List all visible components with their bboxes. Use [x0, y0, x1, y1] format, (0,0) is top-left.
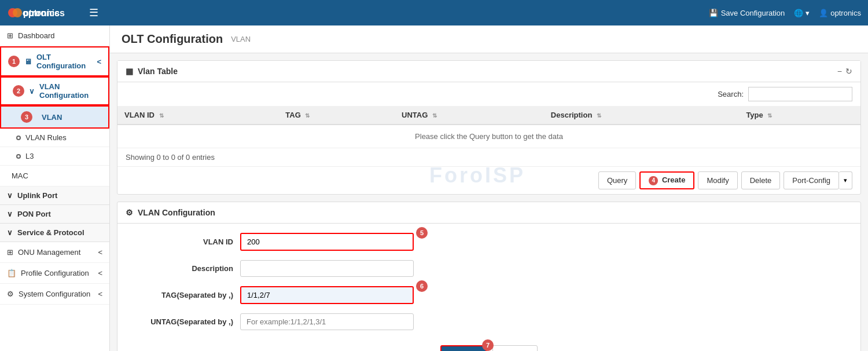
description-field-label: Description: [129, 264, 233, 273]
vlan-table: VLAN ID ⇅ TAG ⇅ UNTAG ⇅ Description: [117, 106, 860, 148]
table-icon: ▦: [126, 67, 133, 76]
logo-svg: ptronics o optronics: [7, 4, 82, 21]
cancel-button[interactable]: Cancel: [492, 345, 538, 351]
sidebar-item-vlan-config[interactable]: 2 ∨ VLAN Configuration: [0, 76, 109, 105]
system-icon: ⚙: [7, 290, 14, 298]
l3-dot: [16, 154, 21, 159]
card-header: ▦ Vlan Table − ↻: [117, 61, 860, 82]
badge-2: 2: [13, 85, 24, 97]
description-sort[interactable]: ⇅: [597, 112, 601, 119]
pon-arrow: ∨: [7, 210, 13, 218]
tag-input-wrap: 6: [240, 286, 414, 304]
untag-input[interactable]: [240, 313, 414, 330]
sidebar-item-profile-config[interactable]: 📋 Profile Configuration <: [0, 263, 109, 284]
hamburger-icon[interactable]: ☰: [89, 6, 98, 19]
brand-logo: ptronics o optronics: [7, 4, 82, 21]
table-empty-row: Please click the Query button to get the…: [117, 125, 860, 148]
tag-row: TAG(Separated by ,) 6: [129, 286, 849, 304]
untag-sort[interactable]: ⇅: [432, 112, 437, 119]
main-container: ⊞ Dashboard 1 🖥 OLT Configuration < 2 ∨ …: [0, 25, 868, 351]
system-arrow: <: [98, 290, 102, 298]
badge-3: 3: [21, 111, 32, 123]
dashboard-label: Dashboard: [18, 31, 55, 40]
sidebar-item-onu-management[interactable]: ⊞ ONU Management <: [0, 242, 109, 263]
type-col-label: Type: [746, 111, 763, 119]
form-title: VLAN Configuration: [138, 208, 215, 217]
sidebar-item-system-config[interactable]: ⚙ System Configuration <: [0, 284, 109, 305]
navbar-right: 💾 Save Configuration 🌐 ▾ 👤 optronics: [709, 9, 861, 17]
tag-input[interactable]: [240, 286, 414, 304]
globe-button[interactable]: 🌐 ▾: [794, 9, 810, 17]
submit-button[interactable]: Submit: [440, 345, 487, 351]
vlan-id-input[interactable]: [240, 233, 414, 251]
form-icon: ⚙: [126, 208, 133, 217]
col-untag: UNTAG ⇅: [395, 106, 544, 125]
dashboard-icon: ⊞: [7, 31, 13, 40]
uplink-port-label: Uplink Port: [17, 191, 57, 200]
onu-icon: ⊞: [7, 248, 13, 257]
sidebar-item-l3[interactable]: L3: [0, 147, 109, 166]
mac-label: MAC: [12, 171, 28, 180]
globe-dropdown-arrow: ▾: [806, 9, 810, 17]
page-subtitle: VLAN: [231, 35, 251, 43]
vlan-form-section: ⚙ VLAN Configuration VLAN ID 5 Descripti…: [117, 202, 861, 351]
sidebar-item-mac[interactable]: MAC: [0, 166, 109, 187]
form-actions: Submit 7 Cancel: [129, 339, 849, 351]
search-input[interactable]: [748, 87, 852, 101]
col-description: Description ⇅: [544, 106, 740, 125]
card-header-actions: − ↻: [837, 67, 852, 76]
type-sort[interactable]: ⇅: [767, 112, 772, 119]
vlan-id-row: VLAN ID 5: [129, 233, 849, 251]
sidebar-item-olt-config[interactable]: 1 🖥 OLT Configuration <: [0, 46, 109, 76]
vlan-id-col-label: VLAN ID: [124, 111, 155, 119]
sidebar-item-vlan[interactable]: 3 VLAN: [0, 105, 109, 129]
save-config-label: Save Configuration: [721, 9, 785, 17]
vlan-id-sort[interactable]: ⇅: [159, 112, 164, 119]
svg-point-1: [13, 8, 22, 17]
create-button[interactable]: 4 Create: [639, 171, 694, 189]
query-button[interactable]: Query: [598, 171, 636, 189]
vlan-label: VLAN: [42, 113, 62, 122]
showing-entries: Showing 0 to 0 of 0 entries: [117, 148, 860, 166]
sidebar-item-pon-port[interactable]: ∨ PON Port: [0, 205, 109, 224]
sidebar-item-vlan-rules[interactable]: VLAN Rules: [0, 129, 109, 147]
service-protocol-label: Service & Protocol: [17, 228, 84, 237]
col-tag: TAG ⇅: [278, 106, 395, 125]
create-label: Create: [662, 176, 685, 184]
service-arrow: ∨: [7, 228, 13, 237]
minimize-button[interactable]: −: [837, 67, 842, 76]
refresh-button[interactable]: ↻: [845, 67, 852, 76]
tag-sort[interactable]: ⇅: [305, 112, 310, 119]
save-config-button[interactable]: 💾 Save Configuration: [709, 9, 785, 17]
table-body: Please click the Query button to get the…: [117, 125, 860, 148]
sidebar-item-uplink-port[interactable]: ∨ Uplink Port: [0, 187, 109, 205]
user-button[interactable]: 👤 optronics: [819, 9, 861, 17]
port-config-dropdown[interactable]: ▾: [839, 171, 852, 189]
card-title: ▦ Vlan Table: [126, 67, 178, 76]
pon-port-label: PON Port: [17, 210, 51, 218]
untag-col-label: UNTAG: [402, 111, 428, 119]
navbar: ptronics o optronics ☰ 💾 Save Configurat…: [0, 0, 868, 25]
delete-button[interactable]: Delete: [741, 171, 781, 189]
globe-icon: 🌐: [794, 9, 803, 17]
l3-label: L3: [25, 152, 34, 160]
modify-button[interactable]: Modify: [698, 171, 737, 189]
page-header: OLT Configuration VLAN: [110, 25, 868, 53]
sidebar-item-service-protocol[interactable]: ∨ Service & Protocol: [0, 224, 109, 242]
vlan-config-label: VLAN Configuration: [39, 82, 101, 100]
description-input[interactable]: [240, 260, 414, 277]
username-label: optronics: [830, 9, 861, 17]
sidebar-item-dashboard[interactable]: ⊞ Dashboard: [0, 25, 109, 46]
vlan-config-dropdown-icon: ∨: [29, 87, 35, 96]
profile-arrow: <: [98, 269, 102, 277]
untag-row: UNTAG(Separated by ,): [129, 313, 849, 330]
badge-4: 4: [649, 176, 658, 185]
search-label: Search:: [718, 90, 744, 98]
badge-7: 7: [482, 339, 494, 351]
tag-col-label: TAG: [285, 111, 300, 119]
untag-field-label: UNTAG(Separated by ,): [129, 317, 233, 326]
port-config-group: Port-Config ▾: [784, 171, 852, 189]
tag-field-label: TAG(Separated by ,): [129, 291, 233, 299]
olt-config-icon: 🖥: [24, 57, 32, 66]
port-config-button[interactable]: Port-Config: [784, 171, 839, 189]
